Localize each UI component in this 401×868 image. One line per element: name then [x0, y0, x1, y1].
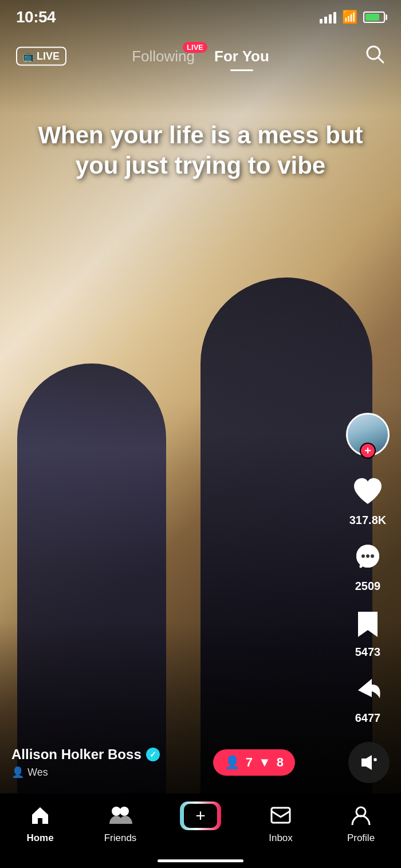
viewer-count-pill: 👤 7 ▼ 8	[213, 749, 295, 776]
video-background	[0, 0, 401, 793]
share-button[interactable]	[348, 670, 387, 709]
action-buttons: + 317.8K 2509	[346, 413, 390, 725]
status-time: 10:54	[16, 8, 56, 26]
svg-marker-7	[361, 755, 372, 770]
like-count: 317.8K	[349, 514, 387, 527]
nav-home[interactable]: Home	[0, 801, 80, 844]
comment-action[interactable]: 2509	[348, 538, 387, 593]
create-button[interactable]: +	[180, 801, 221, 830]
svg-point-5	[366, 554, 369, 558]
nav-tabs: Following LIVE For You	[125, 43, 276, 70]
create-icon: +	[195, 806, 206, 826]
verified-badge: ✓	[146, 748, 160, 761]
bottom-info-bar: Allison Holker Boss ✓ 👤 Wes 👤 7 ▼ 8	[0, 742, 401, 783]
svg-line-1	[378, 57, 383, 62]
navigation-bar: 📺 LIVE Following LIVE For You	[0, 33, 401, 79]
comment-button[interactable]	[348, 538, 387, 577]
tab-for-you[interactable]: For You	[207, 43, 276, 70]
follow-button[interactable]: +	[360, 443, 376, 459]
viewer-up-icon: 👤	[225, 755, 240, 770]
svg-point-4	[361, 554, 365, 558]
tv-icon: 📺	[23, 51, 34, 62]
nav-profile[interactable]: Profile	[321, 801, 401, 844]
video-caption: When your life is a mess but you just tr…	[0, 120, 401, 181]
home-icon	[26, 801, 54, 829]
tab-following[interactable]: Following LIVE	[125, 43, 202, 70]
bookmark-button[interactable]	[348, 604, 387, 643]
home-label: Home	[26, 832, 53, 844]
bottom-navigation: Home Friends + Inbox	[0, 793, 401, 868]
signal-icon	[320, 11, 336, 24]
inbox-label: Inbox	[269, 832, 293, 844]
wifi-icon: 📶	[342, 10, 357, 25]
bookmark-count: 5473	[355, 646, 381, 659]
status-icons: 📶	[320, 10, 385, 25]
arrow-down-icon: ▼	[258, 755, 271, 770]
sound-button[interactable]	[348, 742, 390, 783]
collab-name: Wes	[27, 767, 48, 779]
live-badge-label: LIVE	[37, 50, 60, 62]
nav-inbox[interactable]: Inbox	[241, 801, 321, 844]
live-tv-button[interactable]: 📺 LIVE	[16, 47, 66, 66]
inbox-icon	[267, 801, 294, 829]
user-info: Allison Holker Boss ✓ 👤 Wes	[11, 746, 160, 779]
collab-info: 👤 Wes	[11, 766, 160, 779]
profile-icon	[347, 801, 375, 829]
live-pill: LIVE	[183, 42, 207, 53]
like-button[interactable]	[348, 472, 387, 511]
profile-label: Profile	[347, 832, 375, 844]
search-button[interactable]	[364, 44, 385, 69]
nav-create[interactable]: +	[160, 801, 241, 830]
person-icon: 👤	[11, 766, 24, 779]
nav-friends[interactable]: Friends	[80, 801, 160, 844]
down-count: 8	[277, 755, 284, 770]
creator-avatar-container[interactable]: +	[346, 413, 390, 456]
viewer-count: 7	[246, 755, 253, 770]
home-indicator	[158, 859, 243, 862]
svg-point-10	[112, 807, 121, 816]
bookmark-action[interactable]: 5473	[348, 604, 387, 659]
svg-point-11	[120, 807, 129, 816]
share-action[interactable]: 6477	[348, 670, 387, 725]
svg-point-6	[371, 554, 374, 558]
friends-icon	[107, 801, 134, 829]
svg-rect-12	[272, 808, 290, 823]
username-text: Allison Holker Boss	[11, 746, 141, 763]
username-row: Allison Holker Boss ✓	[11, 746, 160, 763]
friends-label: Friends	[104, 832, 137, 844]
comment-count: 2509	[355, 580, 381, 593]
battery-icon	[363, 11, 385, 23]
like-action[interactable]: 317.8K	[348, 472, 387, 527]
status-bar: 10:54 📶	[0, 0, 401, 34]
share-count: 6477	[355, 711, 381, 725]
